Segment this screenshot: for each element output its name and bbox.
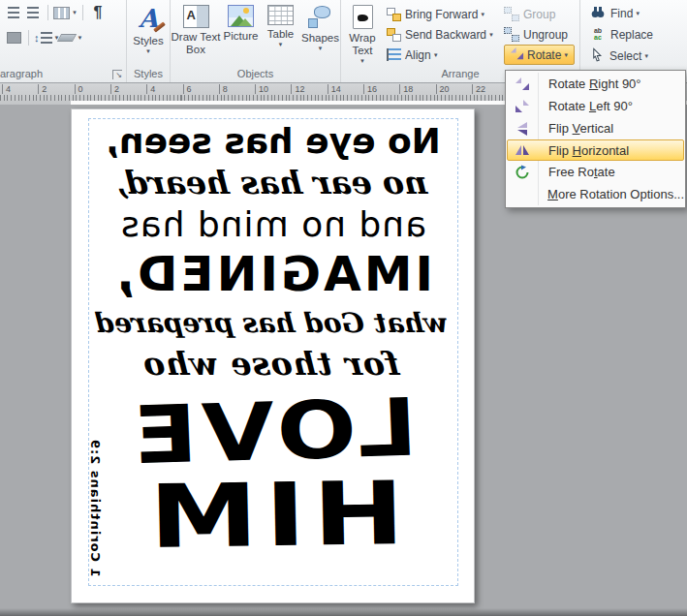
select-icon [590, 47, 605, 65]
poster-line: what God has prepared [97, 307, 449, 340]
dropdown-caret-icon: ▼ [643, 53, 649, 59]
ruler-number: 20 [436, 84, 450, 94]
table-button[interactable]: Table ▼ [261, 0, 300, 66]
objects-group-label: Objects [237, 67, 273, 81]
menu-item-rotate-left-90[interactable]: Rotate Left 90° [507, 95, 684, 117]
paragraph-dialog-launcher[interactable]: ↘ [112, 70, 122, 79]
menu-item-label: Rotate Left 90° [548, 99, 633, 113]
ruler-number: 18 [399, 84, 413, 94]
styles-button-label: Styles [133, 35, 163, 47]
dropdown-caret-icon: ▼ [77, 35, 82, 41]
ruler-number: 12 [291, 84, 304, 94]
shapes-label: Shapes [301, 32, 339, 45]
dropdown-caret-icon: ▼ [433, 52, 439, 58]
decrease-indent-icon [8, 7, 19, 19]
poster-line: and no mind has [120, 205, 426, 244]
menu-item-label: More Rotation Options... [547, 187, 684, 201]
bring-forward-icon [387, 8, 401, 21]
shapes-button[interactable]: Shapes ▼ [300, 0, 340, 66]
square-icon [308, 18, 318, 28]
bring-forward-button[interactable]: Bring Forward ▼ [387, 4, 494, 24]
find-button[interactable]: Find ▼ [590, 3, 687, 23]
send-backward-label: Send Backward [405, 28, 486, 42]
picture-button[interactable]: Picture [221, 0, 261, 66]
replace-button[interactable]: abac Replace [590, 24, 687, 45]
dropdown-caret-icon: ▼ [72, 10, 78, 15]
align-button[interactable]: Align ▼ [387, 45, 494, 65]
menu-item-flip-horizontal[interactable]: Flip Horizontal [507, 139, 684, 161]
dropdown-caret-icon: ▼ [359, 58, 365, 64]
ungroup-label: Ungroup [523, 28, 568, 42]
cylinder-icon [314, 6, 330, 18]
line-spacing-arrows-icon: ↕ [34, 32, 40, 44]
ungroup-button[interactable]: Ungroup [504, 24, 575, 45]
increase-indent-icon [27, 7, 39, 19]
styles-group-label: Styles [134, 67, 163, 81]
flip-horizontal-icon [515, 142, 530, 158]
poster-line: no ear has heard, [117, 165, 430, 201]
wrap-text-label: Wrap Text [346, 32, 379, 57]
group-label: Group [523, 8, 555, 21]
increase-indent-button[interactable] [23, 3, 43, 22]
shapes-icon [307, 5, 334, 29]
menu-item-more-rotation-options[interactable]: More Rotation Options... [507, 183, 684, 205]
ruler-number: 2 [38, 84, 47, 94]
poster-line: No eye has seen, [106, 122, 441, 161]
rotate-button[interactable]: Rotate ▼ [504, 45, 575, 65]
draw-text-box-label: Draw Text Box [171, 31, 221, 56]
dropdown-caret-icon: ▼ [480, 12, 485, 17]
draw-text-box-icon: A [183, 5, 209, 28]
shading-button[interactable] [4, 28, 23, 47]
free-rotate-icon [515, 165, 530, 180]
bottom-shade [0, 608, 687, 616]
menu-item-label: Flip Vertical [548, 121, 613, 136]
picture-icon [228, 5, 254, 27]
styles-button[interactable]: A Styles ▼ [127, 0, 170, 66]
rotate-right-icon [515, 77, 530, 92]
draw-text-box-button[interactable]: A Draw Text Box [171, 0, 221, 66]
menu-item-free-rotate[interactable]: Free Rotate [507, 161, 684, 183]
replace-top-text: ab [594, 27, 602, 34]
columns-button[interactable]: ▼ [53, 3, 78, 22]
replace-label: Replace [610, 28, 653, 42]
menu-item-rotate-right-90[interactable]: Rotate Right 90° [507, 73, 684, 95]
dropdown-caret-icon: ▼ [145, 48, 151, 54]
selected-text-box[interactable]: No eye has seen, no ear has heard, and n… [88, 118, 458, 586]
wrap-text-button[interactable]: Wrap Text ▼ [346, 3, 379, 66]
select-label: Select [609, 49, 641, 63]
verse-reference: 1 Corinthians 2:9 [89, 439, 102, 577]
ruler-number: 4 [146, 84, 155, 94]
dropdown-caret-icon: ▼ [635, 11, 640, 16]
wrap-text-icon [353, 5, 373, 29]
shading-icon [7, 32, 21, 44]
ungroup-icon [504, 27, 519, 42]
decrease-indent-button[interactable] [4, 3, 23, 22]
find-icon [590, 4, 606, 22]
send-backward-button[interactable]: Send Backward ▼ [387, 24, 494, 45]
line-spacing-button[interactable]: ↕▼ [34, 28, 59, 47]
sun-icon [243, 8, 249, 14]
document-page[interactable]: No eye has seen, no ear has heard, and n… [71, 108, 475, 603]
ribbon-group-styles: A Styles ▼ Styles [127, 0, 171, 82]
poster-line: for those who [145, 346, 402, 383]
ruler-number: 10 [255, 84, 268, 94]
rotate-label: Rotate [527, 48, 561, 62]
group-icon [504, 7, 519, 21]
select-button[interactable]: Select ▼ [590, 46, 687, 66]
rotate-icon [510, 46, 524, 64]
dog-icon [358, 15, 368, 21]
menu-icon-placeholder [515, 187, 529, 202]
dropdown-caret-icon: ▼ [488, 32, 494, 38]
picture-label: Picture [224, 30, 259, 43]
menu-item-label: Free Rotate [548, 165, 615, 179]
borders-button[interactable]: ▼ [59, 28, 82, 47]
table-label: Table [267, 28, 295, 41]
menu-item-flip-vertical[interactable]: Flip Vertical [507, 117, 684, 139]
poster-line: LOVE [128, 390, 420, 475]
ribbon-group-paragraph: ▼ ¶ ↕▼ ▼ aragraph ↘ [0, 0, 127, 82]
align-label: Align [405, 48, 431, 62]
show-paragraph-marks-button[interactable]: ¶ [88, 3, 108, 22]
mountain-icon [238, 18, 252, 26]
ruler-number: 2 [110, 84, 119, 94]
find-label: Find [610, 7, 633, 20]
